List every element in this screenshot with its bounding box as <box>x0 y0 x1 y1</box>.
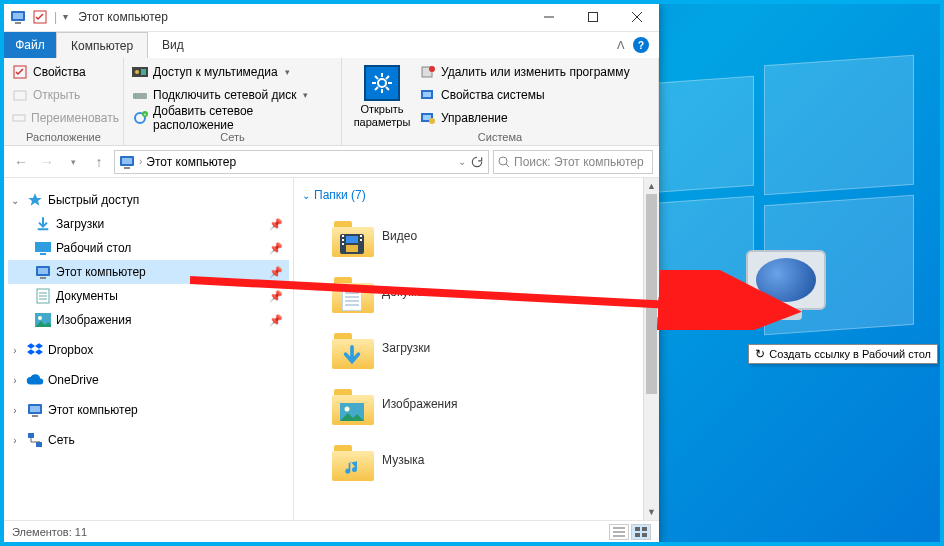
dropbox-icon <box>26 341 44 359</box>
media-access-button[interactable]: Доступ к мультимедиа ▾ <box>132 62 333 82</box>
manage-button[interactable]: Управление <box>420 108 630 128</box>
svg-line-27 <box>386 76 389 79</box>
pin-icon: 📌 <box>269 290 283 303</box>
system-properties-button[interactable]: Свойства системы <box>420 85 630 105</box>
open-icon <box>12 87 28 103</box>
svg-rect-41 <box>40 253 46 255</box>
scroll-thumb[interactable] <box>646 194 657 394</box>
dropdown-icon: ▾ <box>303 90 308 100</box>
view-details-button[interactable] <box>609 524 629 540</box>
svg-rect-53 <box>32 415 38 417</box>
tree-network[interactable]: › Сеть <box>8 428 289 452</box>
up-button[interactable]: ↑ <box>88 151 110 173</box>
uninstall-button[interactable]: Удалить или изменить программу <box>420 62 630 82</box>
rename-button: Переименовать <box>12 108 115 128</box>
search-box[interactable]: Поиск: Этот компьютер <box>493 150 653 174</box>
folders-header[interactable]: ⌄ Папки (7) <box>302 188 655 202</box>
tree-this-pc-root[interactable]: › Этот компьютер <box>8 398 289 422</box>
svg-rect-44 <box>40 277 46 279</box>
tree-downloads[interactable]: Загрузки 📌 <box>8 212 289 236</box>
svg-point-50 <box>38 316 42 320</box>
scroll-down-icon[interactable]: ▼ <box>644 504 659 520</box>
folder-pictures[interactable]: Изображения <box>302 376 655 432</box>
address-dropdown-icon[interactable]: ⌄ <box>458 156 466 167</box>
tab-file[interactable]: Файл <box>4 32 56 58</box>
expand-icon[interactable]: › <box>8 375 22 386</box>
properties-button[interactable]: Свойства <box>12 62 115 82</box>
svg-rect-52 <box>30 406 40 412</box>
svg-rect-74 <box>635 527 640 531</box>
recent-button[interactable]: ▾ <box>62 151 84 173</box>
open-settings-button[interactable]: Открыть параметры <box>350 62 414 131</box>
picture-icon <box>34 311 52 329</box>
svg-point-38 <box>499 157 507 165</box>
svg-rect-59 <box>342 243 344 245</box>
gear-icon <box>364 65 400 101</box>
svg-line-26 <box>375 87 378 90</box>
svg-rect-60 <box>360 235 362 237</box>
tree-dropbox[interactable]: › Dropbox <box>8 338 289 362</box>
ribbon-group-network-label: Сеть <box>132 131 333 143</box>
svg-line-25 <box>386 87 389 90</box>
svg-rect-76 <box>635 533 640 537</box>
maximize-button[interactable] <box>571 2 615 32</box>
scroll-up-icon[interactable]: ▲ <box>644 178 659 194</box>
explorer-window: | ▾ Этот компьютер Файл Компьютер Вид ᐱ … <box>4 2 659 542</box>
tree-documents[interactable]: Документы 📌 <box>8 284 289 308</box>
svg-rect-62 <box>346 236 358 243</box>
expand-icon[interactable]: › <box>8 435 22 446</box>
chevron-right-icon: › <box>139 156 142 167</box>
network-icon <box>26 431 44 449</box>
computer-icon <box>10 9 26 25</box>
tree-pictures[interactable]: Изображения 📌 <box>8 308 289 332</box>
svg-rect-57 <box>342 235 344 237</box>
svg-rect-37 <box>124 167 130 169</box>
expand-icon[interactable]: › <box>8 405 22 416</box>
svg-rect-55 <box>36 442 42 447</box>
system-icon <box>420 87 436 103</box>
scrollbar[interactable]: ▲ ▼ <box>643 178 659 520</box>
tab-view[interactable]: Вид <box>148 32 199 58</box>
drive-icon <box>132 87 148 103</box>
search-icon <box>498 156 510 168</box>
map-drive-button[interactable]: Подключить сетевой диск ▾ <box>132 85 333 105</box>
status-items: Элементов: 11 <box>12 526 87 538</box>
svg-point-70 <box>345 407 350 412</box>
properties-qat-icon[interactable] <box>32 9 48 25</box>
tab-computer[interactable]: Компьютер <box>56 32 148 58</box>
refresh-icon[interactable] <box>470 155 484 169</box>
computer-icon <box>119 154 135 170</box>
status-bar: Элементов: 11 <box>4 520 659 542</box>
collapse-ribbon-icon[interactable]: ᐱ <box>617 39 625 52</box>
svg-point-19 <box>378 79 386 87</box>
pin-icon: 📌 <box>269 266 283 279</box>
folder-icon <box>332 383 374 425</box>
close-button[interactable] <box>615 2 659 32</box>
folder-documents[interactable]: Документы <box>302 264 655 320</box>
pin-icon: 📌 <box>269 314 283 327</box>
folder-downloads[interactable]: Загрузки <box>302 320 655 376</box>
collapse-icon[interactable]: ⌄ <box>8 195 22 206</box>
svg-point-34 <box>429 118 435 124</box>
add-location-button[interactable]: + Добавить сетевое расположение <box>132 108 333 128</box>
monitor-icon <box>746 250 826 310</box>
folder-video[interactable]: Видео <box>302 208 655 264</box>
help-icon[interactable]: ? <box>633 37 649 53</box>
svg-line-24 <box>375 76 378 79</box>
forward-button[interactable]: → <box>36 151 58 173</box>
back-button[interactable]: ← <box>10 151 32 173</box>
expand-icon[interactable]: › <box>8 345 22 356</box>
folder-icon <box>332 327 374 369</box>
svg-rect-64 <box>342 289 362 311</box>
address-bar[interactable]: › Этот компьютер ⌄ <box>114 150 489 174</box>
minimize-button[interactable] <box>527 2 571 32</box>
uninstall-icon <box>420 64 436 80</box>
svg-rect-75 <box>642 527 647 531</box>
tree-desktop[interactable]: Рабочий стол 📌 <box>8 236 289 260</box>
view-icons-button[interactable] <box>631 524 651 540</box>
svg-rect-63 <box>346 245 358 252</box>
folder-music[interactable]: Музыка <box>302 432 655 488</box>
tree-onedrive[interactable]: › OneDrive <box>8 368 289 392</box>
tree-quick-access[interactable]: ⌄ Быстрый доступ <box>8 188 289 212</box>
tree-this-pc[interactable]: Этот компьютер 📌 <box>8 260 289 284</box>
